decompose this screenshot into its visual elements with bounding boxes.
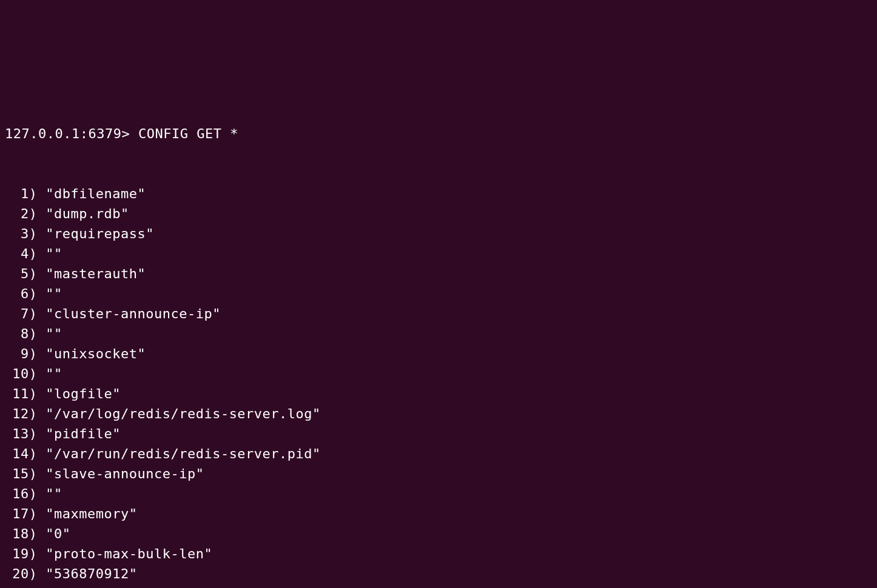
paren: ) (29, 384, 46, 404)
output-line: 11) "logfile" (5, 384, 872, 404)
line-number: 12 (5, 404, 29, 424)
output-value: "client-query-buffer-limit" (45, 584, 270, 588)
output-value: "unixsocket" (45, 344, 146, 364)
output-line: 17) "maxmemory" (5, 504, 872, 524)
output-line: 5) "masterauth" (5, 264, 872, 284)
line-number: 5 (5, 264, 29, 284)
line-number: 9 (5, 344, 29, 364)
line-number: 19 (5, 544, 29, 564)
output-line: 10) "" (5, 364, 872, 384)
line-number: 20 (5, 564, 29, 584)
output-line: 21) "client-query-buffer-limit" (5, 584, 872, 588)
line-number: 4 (5, 244, 29, 264)
command-line: 127.0.0.1:6379> CONFIG GET * (5, 124, 872, 144)
output-value: "" (45, 284, 62, 304)
paren: ) (29, 324, 46, 344)
paren: ) (29, 284, 46, 304)
line-number: 17 (5, 504, 29, 524)
output-line: 15) "slave-announce-ip" (5, 464, 872, 484)
output-line: 9) "unixsocket" (5, 344, 872, 364)
line-number: 6 (5, 284, 29, 304)
paren: ) (29, 364, 46, 384)
paren: ) (29, 564, 46, 584)
paren: ) (29, 504, 46, 524)
output-line: 18) "0" (5, 524, 872, 544)
paren: ) (29, 424, 46, 444)
output-value: "masterauth" (45, 264, 146, 284)
output-value: "cluster-announce-ip" (45, 304, 221, 324)
output-value: "proto-max-bulk-len" (45, 544, 212, 564)
paren: ) (29, 304, 46, 324)
paren: ) (29, 184, 46, 204)
line-number: 2 (5, 204, 29, 224)
output-list: 1) "dbfilename"2) "dump.rdb"3) "requirep… (5, 184, 872, 588)
output-value: "pidfile" (45, 424, 121, 444)
output-line: 4) "" (5, 244, 872, 264)
output-value: "" (45, 324, 62, 344)
output-line: 7) "cluster-announce-ip" (5, 304, 872, 324)
output-value: "dbfilename" (45, 184, 146, 204)
line-number: 8 (5, 324, 29, 344)
paren: ) (29, 344, 46, 364)
output-value: "" (45, 244, 62, 264)
paren: ) (29, 264, 46, 284)
line-number: 14 (5, 444, 29, 464)
output-line: 20) "536870912" (5, 564, 872, 584)
paren: ) (29, 584, 46, 588)
output-line: 16) "" (5, 484, 872, 504)
paren: ) (29, 404, 46, 424)
paren: ) (29, 244, 46, 264)
command: CONFIG GET * (138, 124, 238, 144)
paren: ) (29, 544, 46, 564)
output-line: 14) "/var/run/redis/redis-server.pid" (5, 444, 872, 464)
output-line: 12) "/var/log/redis/redis-server.log" (5, 404, 872, 424)
paren: ) (29, 444, 46, 464)
line-number: 7 (5, 304, 29, 324)
output-line: 8) "" (5, 324, 872, 344)
line-number: 13 (5, 424, 29, 444)
output-value: "/var/log/redis/redis-server.log" (45, 404, 321, 424)
output-value: "" (45, 484, 62, 504)
paren: ) (29, 524, 46, 544)
output-value: "0" (45, 524, 70, 544)
paren: ) (29, 204, 46, 224)
line-number: 1 (5, 184, 29, 204)
output-value: "maxmemory" (45, 504, 137, 524)
output-line: 6) "" (5, 284, 872, 304)
line-number: 16 (5, 484, 29, 504)
line-number: 21 (5, 584, 29, 588)
line-number: 18 (5, 524, 29, 544)
line-number: 11 (5, 384, 29, 404)
output-value: "logfile" (45, 384, 121, 404)
output-line: 13) "pidfile" (5, 424, 872, 444)
paren: ) (29, 224, 46, 244)
prompt: 127.0.0.1:6379> (5, 124, 130, 144)
line-number: 3 (5, 224, 29, 244)
output-value: "536870912" (45, 564, 137, 584)
output-value: "/var/run/redis/redis-server.pid" (45, 444, 321, 464)
terminal-output[interactable]: 127.0.0.1:6379> CONFIG GET * 1) "dbfilen… (5, 84, 872, 588)
output-line: 2) "dump.rdb" (5, 204, 872, 224)
paren: ) (29, 484, 46, 504)
output-value: "slave-announce-ip" (45, 464, 204, 484)
paren: ) (29, 464, 46, 484)
output-line: 3) "requirepass" (5, 224, 872, 244)
output-value: "dump.rdb" (45, 204, 129, 224)
output-line: 1) "dbfilename" (5, 184, 872, 204)
line-number: 10 (5, 364, 29, 384)
line-number: 15 (5, 464, 29, 484)
output-value: "" (45, 364, 62, 384)
output-value: "requirepass" (45, 224, 154, 244)
output-line: 19) "proto-max-bulk-len" (5, 544, 872, 564)
